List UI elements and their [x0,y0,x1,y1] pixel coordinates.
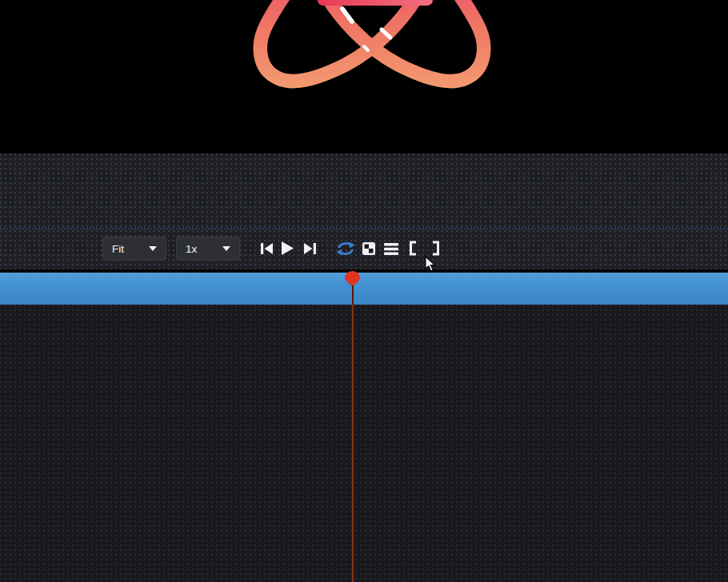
loop-start-bracket-button[interactable] [408,241,417,256]
open-bracket-icon [408,241,417,256]
loop-end-bracket-button[interactable] [432,241,441,256]
fit-dropdown-label: Fit [112,243,124,255]
playhead-line-panel-segment [352,305,354,582]
loop-icon [335,241,356,257]
separator-line [0,228,728,229]
speed-dropdown[interactable]: 1x [176,237,240,261]
animation-preview-stage [0,0,728,153]
play-icon [282,241,294,255]
playhead-line-track-segment [352,285,354,305]
checkerboard-icon [362,242,375,255]
playhead-group [343,273,362,582]
skip-to-start-icon [261,242,273,255]
chevron-down-icon [222,246,230,251]
fit-dropdown[interactable]: Fit [102,237,166,261]
background-toggle-button[interactable] [362,242,375,255]
close-bracket-icon [432,241,441,256]
play-button[interactable] [282,241,294,255]
animation-player-window: Fit 1x [0,0,728,582]
skip-to-start-button[interactable] [261,242,273,255]
chevron-down-icon [149,246,157,251]
skip-to-end-icon [304,242,316,255]
bottom-panel [0,305,728,582]
speed-dropdown-label: 1x [186,243,197,255]
animation-logo-graphic [0,0,728,153]
loop-toggle-button[interactable] [335,241,356,257]
control-zone: Fit 1x [0,153,728,269]
timeline-track[interactable] [0,273,728,305]
frame-list-button[interactable] [384,243,398,255]
hamburger-icon [384,243,398,255]
logo-top-band [318,0,433,6]
skip-to-end-button[interactable] [304,242,316,255]
